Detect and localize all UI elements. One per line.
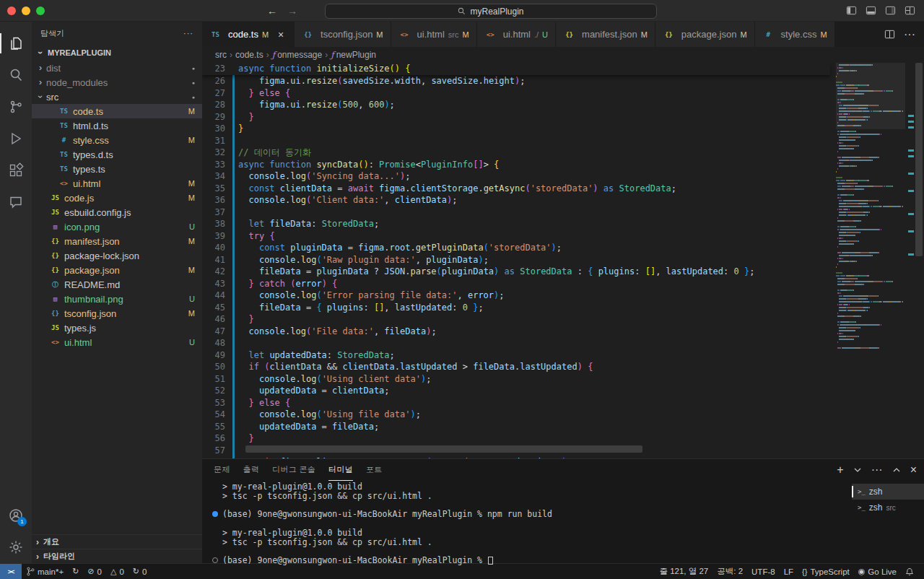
breadcrumb-item-code.ts[interactable]: code.ts (235, 50, 263, 60)
panel-tab-문제[interactable]: 문제 (214, 459, 230, 481)
tree-item[interactable]: TStypes.d.ts (32, 147, 202, 162)
code-editor[interactable]: 26 figma.ui.resize(savedSize.width, save… (202, 63, 924, 458)
account-icon[interactable]: 1 (0, 500, 32, 531)
tree-item-label: ui.html (73, 178, 100, 189)
code-line: 28 figma.ui.resize(500, 600); (202, 99, 830, 111)
git-change-bar (231, 337, 238, 349)
split-editor-icon[interactable] (884, 29, 895, 40)
terminal-tab-zsh[interactable]: >_zshsrc (852, 500, 924, 515)
encoding[interactable]: UTF-8 (747, 564, 780, 579)
terminal-cursor (488, 557, 493, 565)
eol[interactable]: LF (780, 564, 798, 579)
tree-item[interactable]: ›node_modules● (32, 75, 202, 90)
minimap-line (836, 327, 905, 328)
remote-indicator[interactable]: >< (0, 564, 22, 579)
git-change-bar (231, 313, 238, 326)
terminal-tab-zsh[interactable]: >_zsh (852, 484, 924, 500)
toggle-panel-icon[interactable] (866, 5, 876, 16)
horizontal-scrollbar[interactable] (245, 445, 642, 453)
back-icon[interactable]: ← (267, 5, 277, 17)
minimap-line (836, 76, 905, 77)
status-label: 0 (119, 567, 123, 576)
tree-item[interactable]: {}tsconfig.jsonM (32, 306, 202, 321)
tree-item[interactable]: TScode.tsM (32, 104, 202, 118)
minimap[interactable] (836, 64, 905, 350)
sidebar-more-actions-icon[interactable]: ··· (183, 29, 193, 38)
go-live[interactable]: ◉Go Live (854, 564, 901, 579)
breadcrumb-item-newPlugin[interactable]: ƒnewPlugin (331, 50, 376, 60)
indentation[interactable]: 공백: 2 (712, 564, 747, 579)
minimap-line (836, 278, 905, 279)
more-actions-icon[interactable]: ··· (904, 28, 915, 41)
tree-item[interactable]: <>ui.htmlU (32, 335, 202, 349)
close-window-icon[interactable] (7, 6, 16, 15)
problems-warnings[interactable]: △0 (106, 564, 128, 579)
toggle-secondary-sidebar-icon[interactable] (885, 5, 896, 16)
close-tab-icon[interactable]: × (275, 29, 287, 40)
settings-icon[interactable] (0, 531, 32, 563)
terminal-dropdown-icon[interactable] (854, 466, 861, 474)
project-root-row[interactable]: › MYREALPLUGIN (32, 45, 202, 61)
tree-item[interactable]: ⓘREADME.md (32, 277, 202, 292)
tree-item[interactable]: {}package.jsonM (32, 263, 202, 277)
tree-item[interactable]: ▧thumbnail.pngU (32, 292, 202, 306)
panel-more-actions-icon[interactable]: ··· (871, 463, 883, 476)
source-control-icon[interactable] (0, 91, 32, 123)
tab-manifest.json[interactable]: {}manifest.jsonM (556, 22, 655, 47)
tab-code.ts[interactable]: TScode.tsM× (202, 22, 295, 47)
panel-tab-디버그 콘솔[interactable]: 디버그 콘솔 (272, 459, 315, 481)
notifications-bell[interactable] (901, 564, 918, 579)
language-mode[interactable]: {}TypeScript (798, 564, 854, 579)
panel-tab-터미널[interactable]: 터미널 (328, 459, 353, 481)
panel-tab-출력[interactable]: 출력 (243, 459, 260, 481)
tab-ui.html[interactable]: <>ui.html./U (477, 22, 556, 47)
explorer-icon[interactable] (0, 27, 32, 59)
tab-style.css[interactable]: #style.cssM (755, 22, 835, 47)
tab-ui.html[interactable]: <>ui.htmlsrcM (391, 22, 477, 47)
git-branch[interactable]: main*+ (22, 564, 68, 579)
toggle-sidebar-icon[interactable] (846, 5, 857, 16)
customize-layout-icon[interactable] (905, 5, 915, 16)
problems-errors[interactable]: ⊘0 (83, 564, 106, 579)
tree-item[interactable]: JScode.jsM (32, 191, 202, 205)
search-icon[interactable] (0, 59, 32, 91)
tree-item[interactable]: ›dist● (32, 61, 202, 75)
run-debug-icon[interactable] (0, 123, 32, 154)
close-panel-icon[interactable]: × (910, 463, 917, 476)
tree-item[interactable]: TShtml.d.ts (32, 118, 202, 133)
tab-tsconfig.json[interactable]: {}tsconfig.jsonM (295, 22, 391, 47)
new-terminal-icon[interactable]: + (837, 463, 843, 476)
tree-item[interactable]: {}manifest.jsonM (32, 234, 202, 248)
tree-item[interactable]: JSesbuild.config.js (32, 205, 202, 219)
tree-item[interactable]: JStypes.js (32, 321, 202, 335)
tree-item[interactable]: <>ui.htmlM (32, 176, 202, 191)
line-number: 54 (202, 409, 231, 421)
tree-item[interactable]: ›src● (32, 90, 202, 104)
tree-item[interactable]: {}package-lock.json (32, 248, 202, 263)
html-file-icon: <> (484, 31, 497, 38)
vertical-scrollbar[interactable] (915, 63, 923, 256)
sidebar-section-개요[interactable]: ›개요 (32, 534, 202, 549)
zoom-window-icon[interactable] (36, 6, 45, 15)
forward-icon[interactable]: → (287, 5, 297, 17)
extensions-icon[interactable] (0, 154, 32, 186)
sidebar-section-타임라인[interactable]: ›타임라인 (32, 549, 202, 563)
sync-count[interactable]: ↻0 (128, 564, 152, 579)
tab-package.json[interactable]: {}package.jsonM (655, 22, 755, 47)
minimize-window-icon[interactable] (22, 6, 30, 15)
cursor-position[interactable]: 줄 121, 열 27 (655, 564, 712, 579)
git-status-badge: U (189, 295, 195, 303)
breadcrumb-item-onmessage[interactable]: ƒonmessage (272, 50, 323, 60)
terminal-output[interactable]: > my-real-plugin@1.0.0 build> tsc -p tsc… (202, 481, 852, 563)
tree-item[interactable]: #style.cssM (32, 133, 202, 147)
chat-icon[interactable] (0, 186, 32, 218)
sticky-scroll-line[interactable]: 23async function initializeSize() { (202, 63, 830, 75)
command-center-search[interactable]: myRealPlugin (325, 4, 657, 19)
maximize-panel-icon[interactable] (893, 466, 900, 474)
breadcrumb-item-src[interactable]: src (215, 50, 227, 60)
panel-tab-포트[interactable]: 포트 (366, 459, 383, 481)
sync-changes[interactable]: ↻ (68, 564, 83, 579)
tree-item[interactable]: TStypes.ts (32, 162, 202, 176)
tree-item[interactable]: ▧icon.pngU (32, 219, 202, 234)
code-text: } (238, 432, 254, 445)
